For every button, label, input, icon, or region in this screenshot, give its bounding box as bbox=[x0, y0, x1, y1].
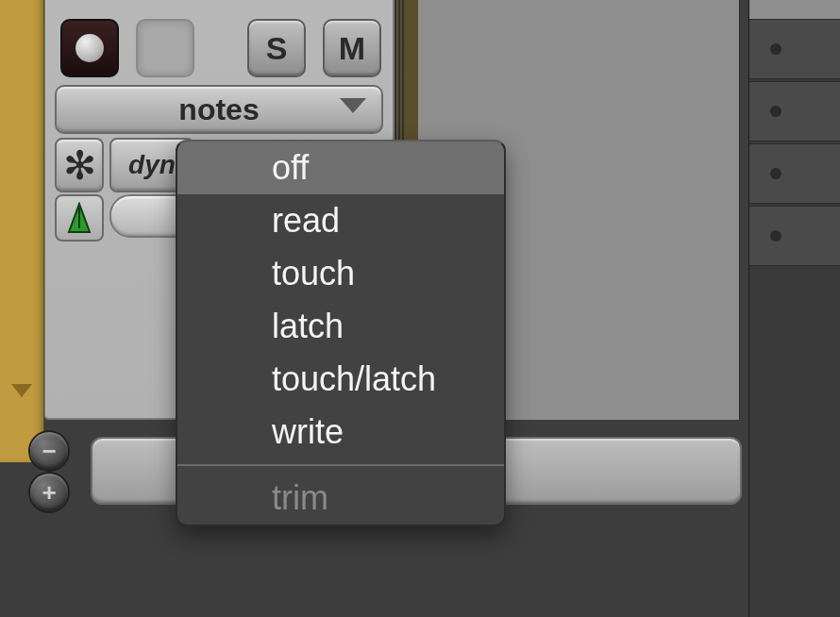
menu-item-trim: trim bbox=[177, 472, 504, 525]
input-monitor-button[interactable] bbox=[136, 19, 194, 77]
slot-row[interactable] bbox=[749, 206, 840, 266]
dot-icon bbox=[770, 230, 781, 242]
collapse-triangle-icon[interactable] bbox=[11, 384, 32, 397]
menu-item-touch-latch[interactable]: touch/latch bbox=[177, 353, 504, 406]
solo-button[interactable]: S bbox=[247, 19, 306, 77]
metronome-icon bbox=[67, 202, 92, 234]
dot-icon bbox=[770, 43, 781, 55]
menu-item-read[interactable]: read bbox=[177, 194, 504, 247]
minus-icon: − bbox=[42, 437, 56, 466]
right-panel bbox=[748, 0, 840, 617]
right-panel-header bbox=[749, 0, 840, 19]
timebase-button[interactable]: ✻ bbox=[55, 138, 104, 192]
chevron-down-icon bbox=[340, 98, 366, 113]
menu-item-off[interactable]: off bbox=[177, 142, 504, 194]
zoom-in-button[interactable]: + bbox=[30, 474, 68, 511]
record-icon bbox=[76, 34, 104, 62]
menu-item-latch[interactable]: latch bbox=[177, 300, 504, 353]
menu-separator bbox=[177, 464, 504, 466]
slot-row[interactable] bbox=[749, 19, 840, 79]
menu-item-write[interactable]: write bbox=[177, 406, 504, 459]
dot-icon bbox=[770, 106, 781, 117]
automation-mode-menu: off read touch latch touch/latch write t… bbox=[176, 140, 506, 526]
mute-button[interactable]: M bbox=[323, 19, 381, 77]
record-enable-button[interactable] bbox=[60, 19, 119, 77]
plus-icon: + bbox=[42, 478, 56, 508]
zoom-out-button[interactable]: − bbox=[30, 432, 68, 470]
slot-row[interactable] bbox=[749, 143, 840, 204]
slot-row[interactable] bbox=[749, 81, 840, 142]
metronome-icon-button[interactable] bbox=[55, 194, 104, 242]
menu-item-touch[interactable]: touch bbox=[177, 247, 504, 300]
track-view-selector[interactable]: notes bbox=[55, 85, 383, 134]
track-view-label: notes bbox=[178, 92, 259, 127]
dot-icon bbox=[770, 168, 781, 179]
